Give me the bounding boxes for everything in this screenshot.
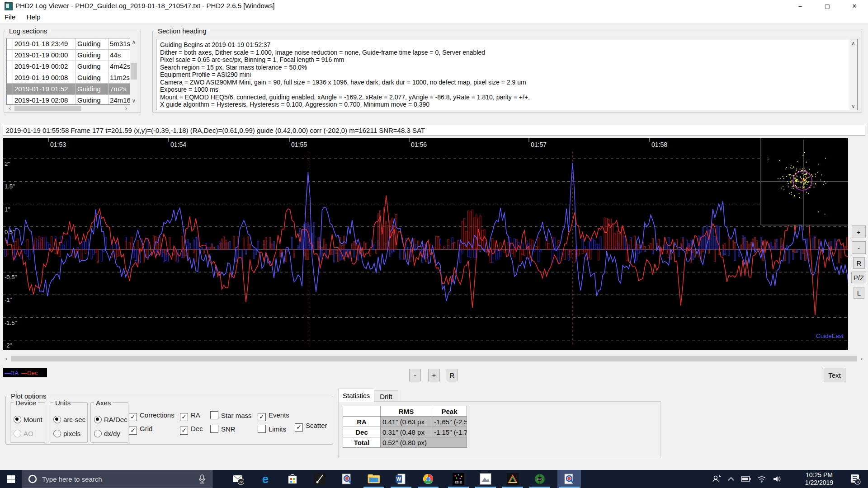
maximize-button[interactable]: ▢ [814, 0, 841, 12]
dec-correction-bar [263, 240, 264, 249]
scatter-point [795, 177, 796, 178]
checkbox-grid[interactable]: ✓Grid [129, 425, 152, 435]
zoom-in-button[interactable]: + [852, 225, 866, 238]
checkbox-scatter[interactable]: ✓Scatter [295, 422, 327, 432]
scroll-thumb[interactable] [11, 356, 857, 361]
radio-pixels[interactable]: pixels [53, 430, 80, 438]
checkbox-snr[interactable]: SNR [210, 425, 236, 433]
action-center-icon[interactable]: 3 [844, 470, 866, 488]
dec-correction-bar [612, 224, 613, 249]
checkbox-limits[interactable]: Limits [258, 425, 286, 433]
radio-arc-sec[interactable]: arc-sec [53, 416, 85, 424]
dec-correction-bar [588, 249, 590, 258]
ra-correction-bar [788, 249, 790, 263]
title-bar: PHD2 Log Viewer - PHD2_GuideLog_2019-01-… [0, 0, 868, 12]
ra-correction-bar [600, 237, 601, 249]
log-section-row[interactable]: 82019-01-19 01:52Guiding7m2s [7, 84, 130, 95]
taskbar-word-icon[interactable]: W [390, 470, 412, 488]
heading-vscrollbar[interactable]: ∧ ∨ [849, 39, 857, 110]
menu-help[interactable]: Help [22, 12, 45, 22]
scroll-down-icon[interactable]: ∨ [849, 102, 857, 110]
dec-correction-bar [718, 249, 720, 255]
checkbox-star-mass[interactable]: Star mass [210, 411, 252, 420]
checkbox-events[interactable]: ✓Events [258, 411, 289, 421]
dec-correction-bar [249, 244, 250, 249]
scroll-right-icon[interactable]: › [858, 355, 865, 362]
radio-icon [53, 430, 61, 437]
radio-ra-dec[interactable]: RA/Dec [94, 416, 127, 424]
scatter-point [802, 188, 803, 188]
chart-hscrollbar[interactable]: ‹ › [3, 355, 865, 362]
scroll-left-icon[interactable]: ‹ [3, 355, 10, 362]
start-button[interactable] [0, 470, 22, 488]
scroll-up-icon[interactable]: ∧ [849, 39, 857, 47]
taskbar-isis-icon[interactable]: ISIS [448, 470, 469, 488]
taskbar-edge-icon[interactable]: e [255, 470, 276, 488]
checkbox-label: Events [269, 411, 289, 419]
scroll-right-icon[interactable]: › [123, 105, 130, 112]
tab-statistics[interactable]: Statistics [338, 389, 374, 402]
taskbar-photos-icon[interactable] [475, 470, 496, 488]
log-section-row[interactable]: 42019-01-18 23:49Guiding5m31s [7, 38, 130, 50]
taskbar-store-icon[interactable] [282, 470, 303, 488]
scroll-down-icon[interactable]: ∨ [130, 97, 138, 105]
log-section-row[interactable]: 92019-01-19 02:08Guiding24m16s [7, 95, 130, 105]
log-section-row[interactable]: 62019-01-19 00:02Guiding4m42s [7, 61, 130, 72]
taskbar-log-viewer-pin-icon[interactable] [336, 470, 358, 488]
log-section-row[interactable]: 52019-01-19 00:00Guiding44s [7, 50, 130, 61]
scatter-point [804, 174, 805, 175]
reset-button[interactable]: R [853, 257, 865, 269]
radio-dx-dy[interactable]: dx/dy [94, 430, 120, 438]
ra-correction-bar [776, 239, 778, 249]
taskbar-spectrum-app-icon[interactable] [502, 470, 524, 488]
menu-file[interactable]: File [0, 12, 20, 22]
scroll-thumb[interactable] [131, 63, 137, 80]
checkbox-dec[interactable]: ✓Dec [180, 425, 203, 435]
taskbar-search-input[interactable]: Type here to search [22, 470, 212, 488]
dec-correction-bar [331, 249, 333, 254]
pan-zoom-button[interactable]: P/Z [851, 272, 866, 283]
section-heading-text[interactable]: Guiding Begins at 2019-01-19 01:52:37Dit… [156, 39, 858, 110]
tab-drift[interactable]: Drift [374, 390, 398, 402]
l-button[interactable]: L [854, 287, 864, 299]
checkbox-ra[interactable]: ✓RA [180, 411, 200, 421]
log-sections-list[interactable]: 42019-01-18 23:49Guiding5m31s52019-01-19… [6, 38, 130, 105]
taskbar-capture-app-icon[interactable] [309, 470, 330, 488]
stats-peak-header: Peak [432, 406, 467, 417]
taskbar-file-explorer-icon[interactable] [363, 470, 385, 488]
dec-correction-bar [666, 249, 667, 253]
taskbar-clock[interactable]: 10:25 PM 1/22/2019 [798, 471, 840, 487]
dec-correction-bar [668, 249, 670, 258]
vzoom-out-button[interactable]: - [409, 369, 421, 381]
microphone-icon[interactable] [198, 474, 206, 484]
taskbar-phd2-icon[interactable]: PHD [529, 470, 551, 488]
vreset-button[interactable]: R [447, 369, 458, 381]
scroll-left-icon[interactable]: ‹ [6, 105, 14, 112]
guide-chart[interactable]: 2"1.5"1"0.5"-0.5"-1"-1.5"-2"01:5301:5401… [3, 138, 848, 350]
dec-legend-swatch: —Dec [21, 370, 38, 376]
hidden-icons-chevron-icon[interactable] [727, 477, 735, 481]
scatter-point [804, 168, 805, 169]
scroll-up-icon[interactable]: ∧ [130, 38, 138, 46]
taskbar-mail-icon[interactable]: 72 [227, 470, 249, 488]
vzoom-in-button[interactable]: + [428, 369, 440, 381]
guide-direction-label: GuideEast [816, 333, 844, 339]
taskbar-chrome-icon[interactable] [417, 470, 439, 488]
volume-icon[interactable] [773, 475, 782, 483]
radio-mount[interactable]: Mount [14, 416, 42, 424]
scroll-thumb[interactable] [14, 106, 81, 111]
people-icon[interactable] [712, 474, 721, 483]
zoom-out-button[interactable]: - [852, 241, 866, 254]
checkbox-corrections[interactable]: ✓Corrections [129, 411, 175, 421]
checkbox-label: Dec [191, 425, 203, 432]
minimize-button[interactable]: – [787, 0, 814, 12]
log-list-vscrollbar[interactable]: ∧ ∨ [130, 38, 138, 105]
log-section-row[interactable]: 72019-01-19 00:08Guiding11m2s [7, 72, 130, 84]
battery-icon[interactable] [741, 476, 751, 482]
text-button[interactable]: Text [824, 368, 845, 382]
close-button[interactable]: ✕ [841, 0, 868, 12]
log-list-hscrollbar[interactable]: ‹ › [6, 105, 130, 112]
wifi-icon[interactable] [757, 475, 766, 483]
taskbar-log-viewer-icon[interactable] [558, 470, 580, 488]
ra-correction-bar [85, 241, 86, 249]
